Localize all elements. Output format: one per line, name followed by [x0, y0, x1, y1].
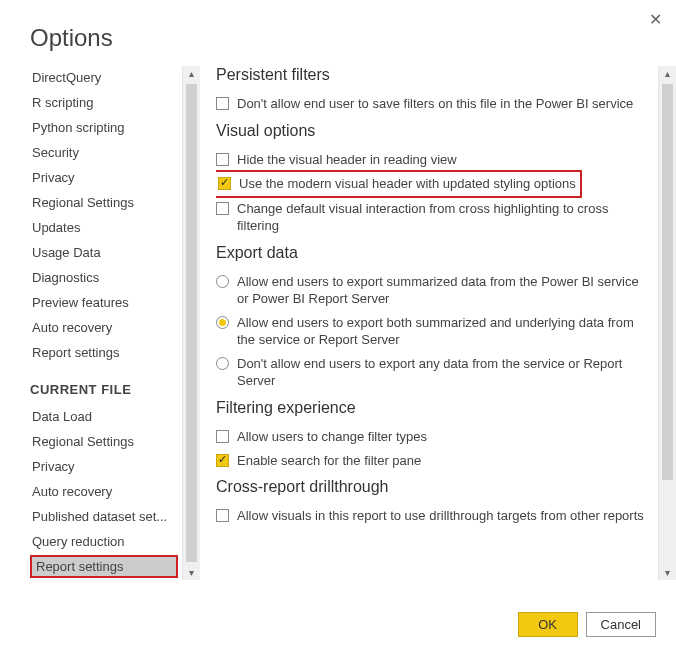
close-icon[interactable]: ✕ [649, 10, 662, 29]
section-heading: Filtering experience [216, 399, 652, 417]
radio-input[interactable] [216, 357, 229, 370]
section-heading: Persistent filters [216, 66, 652, 84]
option-label: Allow visuals in this report to use dril… [237, 507, 652, 525]
ok-button[interactable]: OK [518, 612, 578, 637]
sidebar: DirectQueryR scriptingPython scriptingSe… [30, 66, 182, 580]
radio-input[interactable] [216, 275, 229, 288]
option-label: Use the modern visual header with update… [239, 175, 576, 193]
main-scrollbar[interactable]: ▴ ▾ [658, 66, 676, 580]
sidebar-item[interactable]: Query reduction [30, 530, 178, 553]
checkbox-input[interactable] [216, 97, 229, 110]
sidebar-item[interactable]: Preview features [30, 291, 178, 314]
sidebar-item[interactable]: Usage Data [30, 241, 178, 264]
dialog-title: Options [30, 24, 676, 52]
checkbox-input[interactable] [216, 202, 229, 215]
scroll-thumb[interactable] [186, 84, 197, 562]
sidebar-item[interactable]: Python scripting [30, 116, 178, 139]
checkbox-input[interactable] [216, 430, 229, 443]
sidebar-item[interactable]: Report settings [30, 555, 178, 578]
option-row[interactable]: Allow visuals in this report to use dril… [216, 504, 652, 528]
cancel-button[interactable]: Cancel [586, 612, 656, 637]
checkbox-input[interactable] [216, 509, 229, 522]
sidebar-item[interactable]: Data Load [30, 405, 178, 428]
sidebar-item[interactable]: Updates [30, 216, 178, 239]
sidebar-item[interactable]: Privacy [30, 166, 178, 189]
section-heading: Cross-report drillthrough [216, 478, 652, 496]
option-row[interactable]: Allow end users to export both summarize… [216, 311, 652, 352]
option-row[interactable]: Don't allow end users to export any data… [216, 352, 652, 393]
option-row[interactable]: Allow end users to export summarized dat… [216, 270, 652, 311]
radio-input[interactable] [216, 316, 229, 329]
option-label: Don't allow end user to save filters on … [237, 95, 652, 113]
option-label: Hide the visual header in reading view [237, 151, 652, 169]
settings-panel: Persistent filtersDon't allow end user t… [216, 66, 658, 580]
sidebar-item[interactable]: Security [30, 141, 178, 164]
sidebar-heading-current-file: CURRENT FILE [30, 382, 178, 397]
option-label: Allow users to change filter types [237, 428, 652, 446]
sidebar-item[interactable]: DirectQuery [30, 66, 178, 89]
option-row[interactable]: Enable search for the filter pane [216, 449, 652, 473]
option-label: Don't allow end users to export any data… [237, 355, 652, 390]
sidebar-item[interactable]: Privacy [30, 455, 178, 478]
option-row[interactable]: Hide the visual header in reading view [216, 148, 652, 172]
sidebar-item[interactable]: R scripting [30, 91, 178, 114]
sidebar-item[interactable]: Auto recovery [30, 316, 178, 339]
scroll-up-icon[interactable]: ▴ [189, 66, 194, 81]
option-row[interactable]: Don't allow end user to save filters on … [216, 92, 652, 116]
option-label: Allow end users to export both summarize… [237, 314, 652, 349]
checkbox-input[interactable] [216, 454, 229, 467]
sidebar-item[interactable]: Auto recovery [30, 480, 178, 503]
sidebar-item[interactable]: Published dataset set... [30, 505, 178, 528]
section-heading: Export data [216, 244, 652, 262]
option-row[interactable]: Allow users to change filter types [216, 425, 652, 449]
option-label: Allow end users to export summarized dat… [237, 273, 652, 308]
sidebar-scrollbar[interactable]: ▴ ▾ [182, 66, 200, 580]
scroll-thumb[interactable] [662, 84, 673, 480]
section-heading: Visual options [216, 122, 652, 140]
sidebar-item[interactable]: Report settings [30, 341, 178, 364]
scroll-up-icon[interactable]: ▴ [665, 66, 670, 81]
option-label: Change default visual interaction from c… [237, 200, 652, 235]
sidebar-item[interactable]: Regional Settings [30, 430, 178, 453]
scroll-down-icon[interactable]: ▾ [665, 565, 670, 580]
option-label: Enable search for the filter pane [237, 452, 652, 470]
checkbox-input[interactable] [218, 177, 231, 190]
option-row[interactable]: Use the modern visual header with update… [216, 170, 582, 198]
sidebar-item[interactable]: Diagnostics [30, 266, 178, 289]
sidebar-item[interactable]: Regional Settings [30, 191, 178, 214]
scroll-down-icon[interactable]: ▾ [189, 565, 194, 580]
checkbox-input[interactable] [216, 153, 229, 166]
option-row[interactable]: Change default visual interaction from c… [216, 197, 652, 238]
